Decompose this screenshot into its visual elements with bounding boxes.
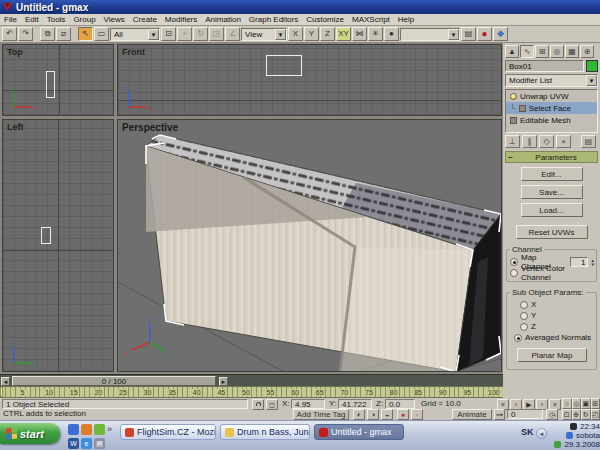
title-bar[interactable]: Untitled - gmax xyxy=(0,0,600,14)
y-coordinate-field[interactable]: 41.722 xyxy=(338,399,372,409)
axis-xy-button[interactable]: XY xyxy=(336,27,351,41)
menu-item-group[interactable]: Group xyxy=(69,15,99,24)
viewport-front[interactable]: Front z x xyxy=(117,44,502,116)
word-icon[interactable]: W xyxy=(68,438,79,449)
zoom-all-icon[interactable]: ◎ xyxy=(572,398,582,409)
sub-object-z-radio[interactable] xyxy=(520,323,528,331)
snap-toggle-icon[interactable]: ◒ xyxy=(381,409,393,420)
angle-snap-icon[interactable]: ∠ xyxy=(225,27,240,41)
box-object-front-view[interactable] xyxy=(266,55,302,76)
menu-item-modifiers[interactable]: Modifiers xyxy=(161,15,201,24)
add-time-tag-button[interactable]: Add Time Tag xyxy=(293,409,349,420)
vertex-color-radio[interactable] xyxy=(510,269,518,277)
layers-icon[interactable]: ▤ xyxy=(461,27,476,41)
viewport-perspective[interactable]: Perspective xyxy=(117,119,502,372)
select-and-link-icon[interactable]: ⧉ xyxy=(40,27,55,41)
task-button-2[interactable]: Drum n Bass, Jungle xyxy=(220,424,310,440)
lock-selection-icon[interactable] xyxy=(252,399,264,410)
time-slider-handle[interactable]: 0 / 100 xyxy=(12,376,216,386)
language-indicator[interactable]: SK xyxy=(521,427,534,437)
selection-filter-select[interactable]: All▾ xyxy=(110,28,160,41)
mirror-icon[interactable]: ⋈ xyxy=(352,27,367,41)
material-editor-icon[interactable]: ● xyxy=(477,27,492,41)
sub-object-y-radio[interactable] xyxy=(520,312,528,320)
reset-uvws-button[interactable]: Reset UVWs xyxy=(516,225,588,239)
start-button[interactable]: start xyxy=(0,423,60,444)
hierarchy-tab[interactable]: ⊞ xyxy=(535,45,549,58)
menu-item-tools[interactable]: Tools xyxy=(43,15,70,24)
viewport-left[interactable]: Left z y xyxy=(2,119,114,372)
box-object-left-view[interactable] xyxy=(41,227,51,244)
menu-item-animation[interactable]: Animation xyxy=(201,15,245,24)
menu-item-graph-editors[interactable]: Graph Editors xyxy=(245,15,302,24)
undo-icon[interactable]: ↶ xyxy=(2,27,17,41)
viewport-left-label[interactable]: Left xyxy=(7,122,24,132)
sub-object-x-radio[interactable] xyxy=(520,301,528,309)
gamepad-tray-icon[interactable] xyxy=(570,423,577,430)
scale-icon[interactable]: ◲ xyxy=(209,27,224,41)
pan-icon[interactable]: ⊕ xyxy=(572,409,582,420)
unlink-selection-icon[interactable]: ⧄ xyxy=(56,27,71,41)
stack-item-editable-mesh[interactable]: Editable Mesh xyxy=(506,114,597,126)
motion-tab[interactable]: ◎ xyxy=(550,45,564,58)
clock-time[interactable]: 22:34 xyxy=(580,422,600,431)
task-button-3[interactable]: Untitled - gmax xyxy=(314,424,404,440)
ie-icon[interactable]: e xyxy=(81,438,92,449)
track-bar[interactable]: 5101520253035404550556065707580859095100 xyxy=(0,386,503,398)
box-object-top-view[interactable] xyxy=(46,71,55,98)
named-selection-select[interactable]: ▾ xyxy=(400,28,460,41)
redo-icon[interactable]: ↷ xyxy=(18,27,33,41)
current-frame-field[interactable]: 0 xyxy=(507,409,543,419)
stack-item-select-face[interactable]: └Select Face xyxy=(506,102,597,114)
antivirus-tray-icon[interactable] xyxy=(554,441,561,448)
quick-launch-overflow-chevron[interactable]: » xyxy=(107,424,112,434)
sphere-icon[interactable]: ● xyxy=(384,27,399,41)
menu-item-create[interactable]: Create xyxy=(129,15,161,24)
rotate-icon[interactable]: ↻ xyxy=(193,27,208,41)
arc-rotate-icon[interactable]: ↻ xyxy=(581,409,591,420)
axis-x-button[interactable]: X xyxy=(288,27,303,41)
remove-modifier-icon[interactable]: × xyxy=(556,135,571,148)
modifier-stack[interactable]: Unwrap UVW└Select FaceEditable Mesh xyxy=(505,89,598,133)
perspective-canvas[interactable]: x y z xyxy=(118,120,502,372)
array-icon[interactable]: ✳ xyxy=(368,27,383,41)
viewport-top[interactable]: Top y x xyxy=(2,44,114,116)
create-tab[interactable]: ▲ xyxy=(505,45,519,58)
planar-map-button[interactable]: Planar Map xyxy=(517,348,587,362)
axis-y-button[interactable]: Y xyxy=(304,27,319,41)
select-object-icon[interactable]: ↖ xyxy=(78,27,93,41)
zoom-extents-all-icon[interactable]: ⊞ xyxy=(591,398,600,409)
box-object[interactable] xyxy=(146,135,501,372)
green-app-icon[interactable] xyxy=(94,424,105,435)
object-name-field[interactable]: Box01 xyxy=(505,60,584,72)
modifier-list-dropdown[interactable]: Modifier List ▾ xyxy=(505,74,598,87)
map-channel-radio[interactable] xyxy=(510,258,518,266)
time-slider[interactable]: ◄ 0 / 100 ► xyxy=(0,374,503,386)
viewport-perspective-label[interactable]: Perspective xyxy=(122,122,178,133)
utilities-tab[interactable]: ⊕ xyxy=(580,45,594,58)
save-button[interactable]: Save... xyxy=(521,185,583,199)
hide-icons-button[interactable]: ◂ xyxy=(536,428,547,439)
time-slider-right-arrow[interactable]: ► xyxy=(219,377,228,386)
object-color-swatch[interactable] xyxy=(586,60,598,72)
make-unique-icon[interactable]: ◇ xyxy=(539,135,554,148)
min-max-toggle-icon[interactable]: ◰ xyxy=(591,409,600,420)
show-end-result-icon[interactable]: ∥ xyxy=(522,135,537,148)
new-key-icon[interactable]: ◦ xyxy=(411,409,423,420)
menu-item-edit[interactable]: Edit xyxy=(21,15,43,24)
frame-zero-marker[interactable] xyxy=(0,387,3,397)
absolute-mode-toggle-icon[interactable]: ◻ xyxy=(266,399,278,410)
printer-icon[interactable]: ▤ xyxy=(94,438,105,449)
messenger-tray-icon[interactable] xyxy=(566,432,573,439)
time-configuration-icon[interactable]: ◷ xyxy=(546,409,558,420)
browser-icon[interactable] xyxy=(81,424,92,435)
axis-z-button[interactable]: Z xyxy=(320,27,335,41)
stack-item-unwrap-uvw[interactable]: Unwrap UVW xyxy=(506,90,597,102)
z-coordinate-field[interactable]: 0.0 xyxy=(385,399,415,409)
set-key-icon[interactable]: ● xyxy=(397,409,409,420)
menu-item-customize[interactable]: Customize xyxy=(302,15,348,24)
averaged-normals-radio[interactable] xyxy=(514,334,522,342)
render-icon[interactable]: ❖ xyxy=(493,27,508,41)
zoom-icon[interactable]: ○ xyxy=(562,398,572,409)
task-button-1[interactable]: FlightSim.CZ - Mozilla ... xyxy=(120,424,216,440)
